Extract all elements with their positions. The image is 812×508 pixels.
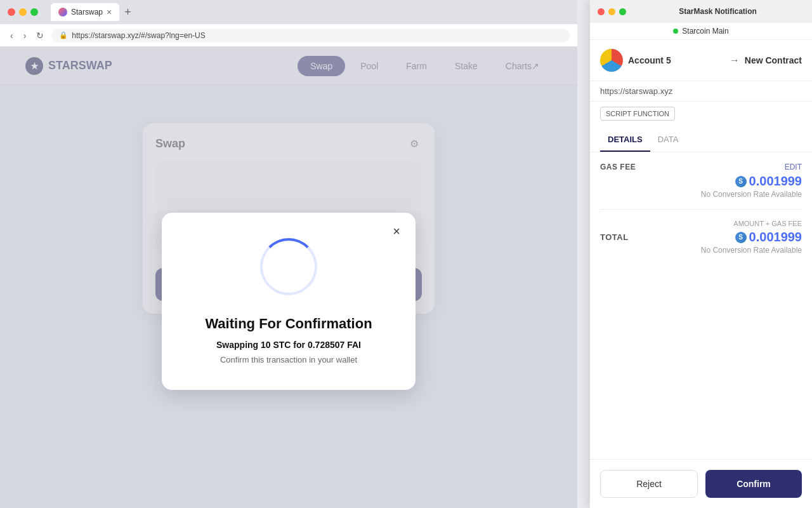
starmask-tabs: DETAILS DATA [590, 128, 812, 152]
tab-data[interactable]: DATA [650, 128, 686, 152]
network-status-dot [673, 29, 678, 34]
total-stc-icon: S [735, 232, 747, 243]
app-content: ★ STARSWAP Swap Pool Farm Stake Charts↗ [0, 47, 577, 508]
tab-favicon [58, 8, 67, 17]
browser-titlebar: Starswap × + [0, 0, 577, 24]
url-text: https://starswap.xyz/#/swap?lng=en-US [72, 31, 205, 40]
close-button[interactable] [8, 8, 15, 16]
lock-icon: 🔒 [59, 31, 68, 39]
network-name: Starcoin Main [682, 27, 728, 36]
confirm-button[interactable]: Confirm [705, 470, 802, 498]
browser-traffic-lights [8, 8, 38, 16]
maximize-button[interactable] [30, 8, 38, 16]
amount-gas-label-row: AMOUNT + GAS FEE [600, 220, 802, 227]
starmask-panel: StarMask Notification Starcoin Main Acco… [590, 0, 812, 508]
starmask-maximize-button[interactable] [619, 8, 626, 15]
refresh-button[interactable]: ↻ [34, 29, 46, 42]
network-badge: Starcoin Main [590, 23, 812, 40]
starmask-titlebar: StarMask Notification [590, 0, 812, 23]
account-avatar [600, 49, 623, 72]
gas-fee-label: GAS FEE [600, 163, 636, 171]
waiting-modal: × Waiting For Confirmation Swapping 10 S… [162, 213, 416, 390]
site-url: https://starswap.xyz [590, 81, 812, 102]
modal-close-button[interactable]: × [388, 223, 405, 241]
browser-window: Starswap × + ‹ › ↻ 🔒 https://starswap.xy… [0, 0, 577, 508]
total-amount: 0.001999 [749, 230, 802, 244]
starmask-close-button[interactable] [598, 8, 605, 15]
starmask-traffic-lights [598, 8, 626, 15]
gas-fee-section: GAS FEE EDIT S 0.001999 No Conversion Ra… [600, 152, 802, 210]
loading-spinner [260, 238, 317, 295]
total-section: AMOUNT + GAS FEE TOTAL S 0.001999 No Con… [600, 210, 802, 265]
stc-coin-icon: S [735, 176, 747, 187]
starmask-window-title: StarMask Notification [631, 7, 804, 16]
total-no-conversion: No Conversion Rate Available [600, 246, 802, 255]
waiting-subtitle: Swapping 10 STC for 0.728507 FAI [216, 340, 361, 350]
total-label: TOTAL [600, 232, 629, 242]
modal-overlay: × Waiting For Confirmation Swapping 10 S… [0, 47, 577, 508]
tab-close-icon[interactable]: × [107, 7, 112, 17]
account-name: Account 5 [628, 55, 724, 65]
url-input[interactable]: 🔒 https://starswap.xyz/#/swap?lng=en-US [51, 29, 570, 43]
waiting-description: Confirm this transaction in your wallet [220, 355, 357, 364]
reject-button[interactable]: Reject [600, 470, 698, 498]
gas-fee-amount: 0.001999 [749, 174, 802, 189]
amount-gas-label: AMOUNT + GAS FEE [733, 220, 802, 227]
back-button[interactable]: ‹ [8, 29, 16, 42]
waiting-title: Waiting For Confirmation [205, 316, 372, 332]
tab-label: Starswap [71, 8, 103, 17]
total-row: TOTAL S 0.001999 [600, 230, 802, 244]
details-content: GAS FEE EDIT S 0.001999 No Conversion Ra… [590, 152, 812, 459]
minimize-button[interactable] [19, 8, 27, 16]
arrow-right-icon: → [730, 55, 740, 66]
address-bar: ‹ › ↻ 🔒 https://starswap.xyz/#/swap?lng=… [0, 24, 577, 47]
new-contract-label: New Contract [745, 55, 802, 65]
new-tab-button[interactable]: + [122, 6, 134, 19]
starmask-action-buttons: Reject Confirm [590, 459, 812, 508]
starmask-minimize-button[interactable] [608, 8, 615, 15]
browser-tab-starswap[interactable]: Starswap × [51, 3, 119, 21]
gas-fee-header-row: GAS FEE EDIT [600, 163, 802, 171]
gas-fee-value-row: S 0.001999 [600, 174, 802, 189]
forward-button[interactable]: › [21, 29, 29, 42]
gas-fee-no-conversion: No Conversion Rate Available [600, 190, 802, 199]
tab-details[interactable]: DETAILS [600, 128, 650, 152]
edit-gas-fee-link[interactable]: EDIT [785, 163, 802, 171]
total-value-row: S 0.001999 [735, 230, 802, 244]
account-row: Account 5 → New Contract [590, 40, 812, 81]
tab-bar: Starswap × + [51, 3, 134, 21]
script-function-badge: SCRIPT FUNCTION [590, 102, 812, 128]
script-function-label: SCRIPT FUNCTION [600, 107, 675, 121]
